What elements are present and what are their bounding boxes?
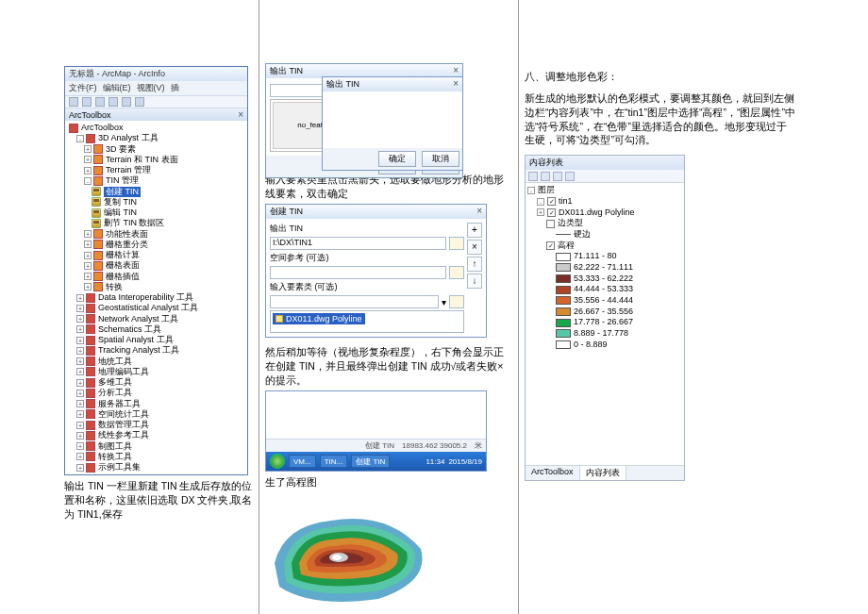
tree-node[interactable]: 服务器工具 xyxy=(98,399,141,409)
feature-dropdown[interactable] xyxy=(270,295,439,308)
expand-icon[interactable]: + xyxy=(76,347,84,355)
toolbar-icon[interactable] xyxy=(82,97,92,107)
expand-icon[interactable]: + xyxy=(84,167,92,174)
toc-edge-type[interactable]: 边类型 xyxy=(558,218,583,229)
tree-node[interactable]: 栅格表面 xyxy=(106,260,140,271)
layer-checkbox[interactable]: ✓ xyxy=(547,197,556,206)
expand-icon[interactable]: - xyxy=(537,198,544,206)
browse-button[interactable] xyxy=(449,237,464,250)
start-button-icon[interactable] xyxy=(270,454,285,469)
toc-layer-tin1[interactable]: tin1 xyxy=(559,196,573,207)
menu-view[interactable]: 视图(V) xyxy=(137,82,165,94)
expand-icon[interactable]: + xyxy=(76,422,84,429)
expand-icon[interactable]: + xyxy=(76,432,84,440)
tree-node[interactable]: 转换工具 xyxy=(98,452,132,462)
expand-icon[interactable]: + xyxy=(76,379,84,387)
expand-icon[interactable]: + xyxy=(76,337,84,344)
tree-node[interactable]: Tracking Analyst 工具 xyxy=(98,345,179,356)
tree-node[interactable]: Spatial Analyst 工具 xyxy=(98,335,174,345)
move-up-button[interactable]: ↑ xyxy=(467,257,482,272)
expand-icon[interactable]: + xyxy=(537,208,544,216)
expand-icon[interactable]: + xyxy=(76,325,84,333)
expand-icon[interactable]: + xyxy=(84,273,92,280)
tab-arctoolbox[interactable]: ArcToolbox xyxy=(526,466,580,480)
add-button[interactable]: + xyxy=(467,223,482,238)
expand-icon[interactable]: + xyxy=(76,410,84,418)
toc-group[interactable]: 图层 xyxy=(538,185,555,196)
expand-icon[interactable]: - xyxy=(76,135,84,142)
tree-node[interactable]: Schematics 工具 xyxy=(98,324,161,335)
toolbar-icon[interactable] xyxy=(95,97,105,107)
tree-node[interactable]: 栅格计算 xyxy=(106,250,140,260)
expand-icon[interactable]: + xyxy=(76,305,84,312)
menu-file[interactable]: 文件(F) xyxy=(69,82,97,94)
toolbar-icon[interactable] xyxy=(122,97,131,107)
menu-edit[interactable]: 编辑(E) xyxy=(103,82,131,94)
tree-node[interactable]: 栅格重分类 xyxy=(106,240,148,250)
tree-tool[interactable]: 复制 TIN xyxy=(104,197,137,207)
tree-node[interactable]: Terrain 和 TIN 表面 xyxy=(106,155,178,165)
close-icon[interactable]: × xyxy=(238,109,243,120)
expand-icon[interactable]: + xyxy=(84,156,92,163)
layer-checkbox[interactable] xyxy=(546,220,555,228)
expand-icon[interactable]: + xyxy=(84,252,92,259)
tree-node[interactable]: Network Analyst 工具 xyxy=(98,314,178,324)
tree-node[interactable]: 线性参考工具 xyxy=(98,430,149,440)
expand-icon[interactable]: + xyxy=(76,368,84,375)
tree-node[interactable]: 3D Analyst 工具 xyxy=(98,133,159,143)
close-icon[interactable]: × xyxy=(453,78,459,91)
expand-icon[interactable]: - xyxy=(84,177,92,185)
tree-node[interactable]: 功能性表面 xyxy=(106,229,148,240)
expand-icon[interactable]: + xyxy=(76,390,84,397)
expand-icon[interactable]: - xyxy=(527,187,535,194)
tree-node[interactable]: 空间统计工具 xyxy=(98,409,149,420)
tree-node[interactable]: 转换 xyxy=(106,282,123,292)
browse-button[interactable] xyxy=(449,295,464,308)
toc-toolbar-icon[interactable] xyxy=(553,172,562,181)
tree-node[interactable]: Terrain 管理 xyxy=(106,165,151,175)
expand-icon[interactable]: + xyxy=(76,294,84,302)
ok-button[interactable]: 确定 xyxy=(378,151,416,167)
output-tin-input[interactable]: I:\DX\TIN1 xyxy=(270,237,446,250)
close-icon[interactable]: × xyxy=(476,206,482,218)
toolbar-icon[interactable] xyxy=(135,97,144,107)
tree-node[interactable]: Geostatistical Analyst 工具 xyxy=(98,303,198,313)
toc-layer-polyline[interactable]: DX011.dwg Polyline xyxy=(559,207,635,219)
tree-node[interactable]: 示例工具集 xyxy=(98,462,141,473)
toc-toolbar-icon[interactable] xyxy=(565,172,575,181)
expand-icon[interactable]: + xyxy=(84,145,92,153)
move-down-button[interactable]: ↓ xyxy=(467,274,482,289)
menu-insert[interactable]: 插 xyxy=(171,82,179,94)
expand-icon[interactable]: + xyxy=(84,230,92,238)
expand-icon[interactable]: + xyxy=(84,241,92,248)
crs-input[interactable] xyxy=(270,266,446,279)
remove-button[interactable]: × xyxy=(467,240,482,255)
expand-icon[interactable]: + xyxy=(84,262,92,270)
expand-icon[interactable]: + xyxy=(76,464,84,472)
tree-node[interactable]: 3D 要素 xyxy=(106,144,136,155)
tree-node[interactable]: 地统工具 xyxy=(98,357,132,367)
tree-node[interactable]: 分析工具 xyxy=(98,388,132,398)
expand-icon[interactable]: + xyxy=(84,283,92,290)
dropdown-arrow-icon[interactable]: ▾ xyxy=(442,297,446,307)
tree-node[interactable]: 栅格插值 xyxy=(106,272,140,282)
tree-node[interactable]: 数据管理工具 xyxy=(98,420,149,430)
toolbar-icon[interactable] xyxy=(108,97,118,107)
taskbar-item[interactable]: 创建 TIN xyxy=(351,455,390,468)
selected-layer[interactable]: DX011.dwg Polyline xyxy=(273,313,365,324)
tree-tool[interactable]: 删节 TIN 数据区 xyxy=(104,218,165,228)
tree-tool-selected[interactable]: 创建 TIN xyxy=(104,187,141,197)
layer-checkbox[interactable]: ✓ xyxy=(546,241,555,250)
tree-node[interactable]: TIN 管理 xyxy=(106,175,139,186)
taskbar-item[interactable]: VM... xyxy=(289,455,316,468)
expand-icon[interactable]: + xyxy=(76,400,84,407)
toolbar-icon[interactable] xyxy=(69,97,78,107)
toc-elevation[interactable]: 高程 xyxy=(558,241,575,252)
expand-icon[interactable]: + xyxy=(76,357,84,365)
tab-toc[interactable]: 内容列表 xyxy=(580,466,626,480)
layer-checkbox[interactable]: ✓ xyxy=(547,208,556,217)
expand-icon[interactable]: + xyxy=(76,442,84,450)
tree-node[interactable]: 多维工具 xyxy=(98,377,132,388)
cancel-button[interactable]: 取消 xyxy=(422,151,459,167)
tree-node[interactable]: 地理编码工具 xyxy=(98,367,149,377)
